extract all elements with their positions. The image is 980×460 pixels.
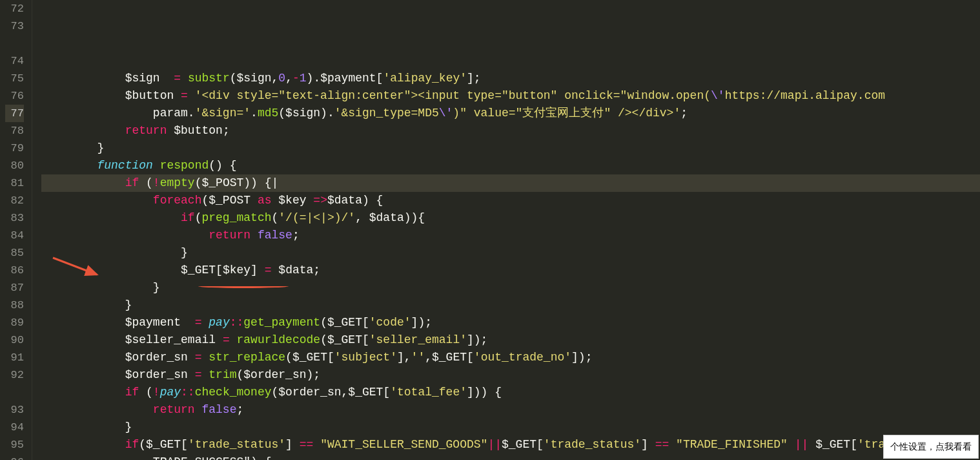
line-number: 88 (5, 297, 24, 314)
code-line[interactable]: $sign = substr($sign,0,-1).$payment['ali… (41, 70, 980, 87)
line-number: 77 (5, 105, 24, 122)
code-line[interactable]: foreach($_POST as $key =>$data) { (41, 192, 980, 209)
svg-line-0 (53, 258, 97, 275)
line-number: 83 (5, 209, 24, 227)
line-number: 72 (5, 0, 24, 17)
line-number: 76 (5, 87, 24, 105)
line-number: 86 (5, 262, 24, 279)
line-number: 96 (5, 454, 24, 460)
line-number: 92 (5, 366, 24, 384)
line-number: 75 (5, 70, 24, 87)
code-line[interactable]: } (41, 297, 980, 314)
line-number: 90 (5, 331, 24, 349)
code-line[interactable]: function respond() { (41, 157, 980, 174)
line-number: 87 (5, 279, 24, 297)
line-number: 79 (5, 140, 24, 157)
code-line[interactable]: $seller_email = rawurldecode($_GET['sell… (41, 331, 980, 349)
code-line[interactable]: $order_sn = str_replace($_GET['subject']… (41, 349, 980, 366)
code-line[interactable]: $button = '<div style="text-align:center… (41, 87, 980, 105)
line-number: 93 (5, 401, 24, 419)
code-line[interactable]: } (41, 279, 980, 297)
line-number: 91 (5, 349, 24, 366)
line-number: 89 (5, 314, 24, 331)
code-line[interactable]: return $button; (41, 122, 980, 140)
line-number: 80 (5, 157, 24, 174)
line-number: 84 (5, 227, 24, 244)
line-number (5, 384, 24, 401)
code-area[interactable]: $sign = substr($sign,0,-1).$payment['ali… (32, 0, 980, 460)
code-line[interactable]: return false; (41, 227, 980, 244)
line-number: 73 (5, 17, 24, 35)
code-line[interactable]: } (41, 419, 980, 436)
annotation-arrow-icon (52, 255, 103, 281)
line-number: 94 (5, 419, 24, 436)
annotation-underline (198, 284, 289, 288)
code-line[interactable]: TRADE_SUCCESS") { (41, 454, 980, 460)
line-number-gutter: 7273747576777879808182838485868788899091… (0, 0, 32, 460)
code-editor[interactable]: 7273747576777879808182838485868788899091… (0, 0, 980, 460)
line-number (5, 35, 24, 52)
line-number: 95 (5, 436, 24, 454)
tooltip-text: 个性设置，点我看看 (890, 441, 972, 452)
settings-tooltip[interactable]: 个性设置，点我看看 (883, 435, 979, 459)
code-line[interactable]: $_GET[$key] = $data; (41, 262, 980, 279)
code-line[interactable]: } (41, 244, 980, 262)
line-number: 74 (5, 52, 24, 70)
code-line[interactable]: $order_sn = trim($order_sn); (41, 366, 980, 384)
code-line[interactable]: return false; (41, 401, 980, 419)
code-line[interactable]: $payment = pay::get_payment($_GET['code'… (41, 314, 980, 331)
line-number: 81 (5, 174, 24, 192)
line-number: 82 (5, 192, 24, 209)
line-number: 85 (5, 244, 24, 262)
code-line[interactable]: if (!pay::check_money($order_sn,$_GET['t… (41, 384, 980, 401)
line-number: 78 (5, 122, 24, 140)
code-line[interactable]: } (41, 140, 980, 157)
code-line[interactable]: if($_GET['trade_status'] == "WAIT_SELLER… (41, 436, 980, 454)
code-line[interactable]: param.'&sign='.md5($sign).'&sign_type=MD… (41, 105, 980, 122)
code-line[interactable]: if (!empty($_POST)) {| (41, 174, 980, 192)
code-line[interactable]: if(preg_match('/(=|<|>)/', $data)){ (41, 209, 980, 227)
